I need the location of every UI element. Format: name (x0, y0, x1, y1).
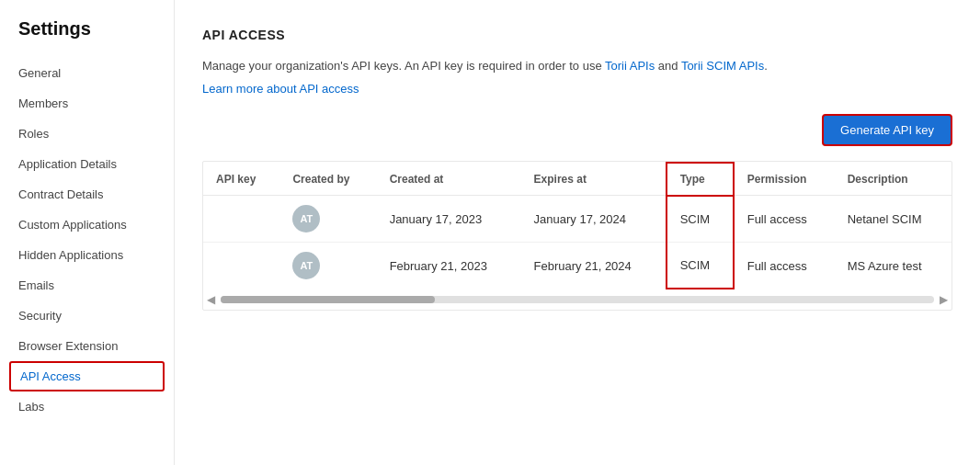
api-keys-table: API key Created by Created at Expires at… (203, 162, 952, 290)
sidebar-item-emails[interactable]: Emails (0, 270, 174, 301)
table-row: AT February 21, 2023 February 21, 2024 S… (203, 243, 952, 289)
sidebar-item-members[interactable]: Members (0, 88, 174, 119)
scroll-right-arrow[interactable]: ▶ (936, 293, 952, 306)
td-description: Netanel SCIM (835, 196, 952, 243)
td-type: SCIM (667, 196, 734, 243)
api-keys-table-wrapper: API key Created by Created at Expires at… (202, 161, 952, 312)
td-created-by: AT (279, 196, 376, 243)
sidebar-title: Settings (0, 18, 174, 58)
generate-btn-row: Generate API key (202, 114, 952, 146)
td-created-at: February 21, 2023 (377, 243, 521, 289)
section-title: API ACCESS (202, 28, 952, 42)
th-expires-at: Expires at (521, 163, 667, 196)
sidebar-item-roles[interactable]: Roles (0, 119, 174, 149)
scroll-left-arrow[interactable]: ◀ (203, 293, 219, 306)
sidebar-item-hidden-applications[interactable]: Hidden Applications (0, 240, 174, 270)
th-type: Type (667, 163, 734, 196)
th-permission: Permission (734, 163, 835, 196)
description-text-2: and (655, 59, 681, 73)
td-permission: Full access (734, 196, 835, 243)
td-permission: Full access (734, 243, 835, 289)
td-description: MS Azure test (835, 243, 952, 289)
th-api-key: API key (203, 163, 279, 196)
td-expires-at: January 17, 2024 (521, 196, 667, 243)
generate-api-key-button[interactable]: Generate API key (822, 114, 952, 146)
th-created-at: Created at (377, 163, 521, 196)
avatar: AT (292, 205, 320, 232)
sidebar-item-labs[interactable]: Labs (0, 391, 174, 422)
sidebar-item-browser-extension[interactable]: Browser Extension (0, 331, 174, 361)
description-line: Manage your organization's API keys. An … (202, 57, 952, 76)
horizontal-scrollbar[interactable]: ◀ ▶ (203, 289, 952, 310)
th-description: Description (835, 163, 952, 196)
scrollbar-track (221, 296, 934, 303)
avatar: AT (292, 252, 320, 279)
torii-apis-link[interactable]: Torii APIs (605, 59, 655, 73)
td-api-key (203, 196, 279, 243)
description-text-3: . (764, 59, 768, 73)
sidebar-item-general[interactable]: General (0, 58, 174, 88)
td-created-at: January 17, 2023 (377, 196, 521, 243)
td-api-key (203, 243, 279, 289)
torii-scim-apis-link[interactable]: Torii SCIM APIs (681, 59, 764, 73)
th-created-by: Created by (279, 163, 376, 196)
td-type: SCIM (667, 243, 734, 289)
sidebar-item-api-access[interactable]: API Access (9, 361, 165, 391)
description-text-1: Manage your organization's API keys. An … (202, 59, 605, 73)
sidebar-item-custom-applications[interactable]: Custom Applications (0, 210, 174, 240)
sidebar-item-contract-details[interactable]: Contract Details (0, 179, 174, 210)
sidebar: Settings GeneralMembersRolesApplication … (0, 0, 175, 465)
learn-more-link[interactable]: Learn more about API access (202, 82, 952, 96)
main-content: API ACCESS Manage your organization's AP… (175, 0, 980, 465)
app-layout: Settings GeneralMembersRolesApplication … (0, 0, 980, 465)
scrollbar-thumb (221, 296, 435, 303)
td-created-by: AT (279, 243, 376, 289)
sidebar-item-application-details[interactable]: Application Details (0, 149, 174, 179)
table-row: AT January 17, 2023 January 17, 2024 SCI… (203, 196, 952, 243)
td-expires-at: February 21, 2024 (521, 243, 667, 289)
sidebar-item-security[interactable]: Security (0, 301, 174, 331)
table-header-row: API key Created by Created at Expires at… (203, 163, 952, 196)
